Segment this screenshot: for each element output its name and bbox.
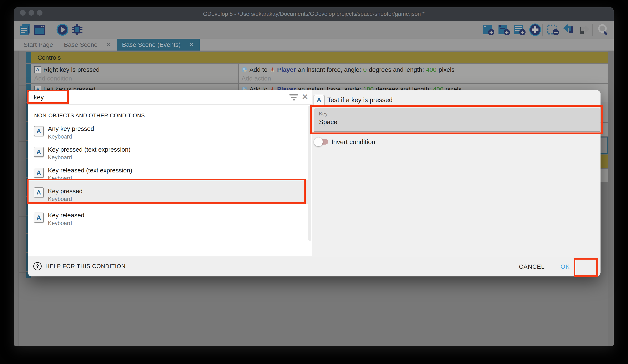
list-item-key-pressed-text-expression[interactable]: A Key pressed (text expression) Keyboard: [28, 141, 308, 162]
add-condition-link[interactable]: Add condition: [34, 75, 72, 82]
event-action-cell[interactable]: Add to Player an instant force, angle: 0…: [239, 64, 608, 83]
close-tab-icon[interactable]: ✕: [189, 41, 194, 48]
condition-text: Right key is pressed: [43, 66, 99, 73]
play-icon[interactable]: [56, 23, 69, 36]
annotation-key-pressed-item: [27, 179, 306, 204]
toolbar-separator: [543, 24, 543, 36]
toggle-thumb: [314, 137, 323, 146]
section-header: NON-OBJECTS AND OTHER CONDITIONS: [34, 112, 145, 119]
ok-button[interactable]: OK: [560, 263, 570, 270]
event-bar: [26, 52, 31, 63]
keyboard-a-icon: A: [314, 95, 324, 106]
dialog-footer: ? HELP FOR THIS CONDITION CANCEL OK: [28, 256, 601, 276]
keyboard-a-icon: A: [34, 147, 44, 157]
toolbar-separator: [592, 24, 593, 36]
filter-icon[interactable]: [289, 94, 298, 101]
close-icon[interactable]: ✕: [302, 92, 309, 101]
cancel-button[interactable]: CANCEL: [519, 263, 545, 270]
event-condition-cell[interactable]: A Right key is pressed Add condition: [31, 64, 238, 83]
annotation-key-field: [310, 105, 603, 134]
add-action-link[interactable]: Add action: [241, 75, 271, 82]
keyboard-a-icon: A: [34, 168, 44, 178]
events-left-gutter: [14, 51, 19, 346]
add-subevent-icon[interactable]: [498, 23, 510, 36]
toolbar: [14, 21, 614, 39]
event-group-header[interactable]: Controls: [31, 52, 608, 63]
delete-selection-icon[interactable]: [547, 23, 559, 36]
scene-editor-icon[interactable]: [33, 23, 46, 36]
help-link[interactable]: ? HELP FOR THIS CONDITION: [33, 262, 126, 270]
keyboard-a-icon: A: [34, 66, 41, 73]
invert-condition-toggle[interactable]: [314, 137, 329, 146]
annotation-ok-button: [574, 258, 598, 277]
condition-title: Test if a key is pressed: [327, 96, 393, 104]
keyboard-a-icon: A: [34, 126, 44, 136]
add-comment-icon[interactable]: [513, 23, 526, 36]
close-tab-icon[interactable]: ✕: [106, 41, 111, 48]
project-manager-icon[interactable]: [19, 23, 31, 36]
tab-base-scene[interactable]: Base Scene✕: [59, 39, 117, 51]
redo-icon[interactable]: [578, 23, 590, 36]
add-event-icon[interactable]: [482, 23, 494, 36]
event-bar: [26, 64, 31, 83]
player-ship-icon: [270, 67, 275, 72]
titlebar: GDevelop 5 - /Users/dkarakay/Documents/G…: [14, 7, 614, 21]
invert-condition-label: Invert condition: [331, 138, 375, 146]
add-circle-icon[interactable]: [529, 23, 541, 36]
debug-icon[interactable]: [71, 23, 83, 36]
keyboard-a-icon: A: [34, 213, 44, 223]
help-icon: ?: [33, 262, 42, 270]
tab-base-scene-events[interactable]: Base Scene (Events)✕: [117, 39, 200, 51]
events-right-gutter: [608, 51, 614, 346]
undo-icon[interactable]: [562, 23, 575, 36]
screenshot-root: GDevelop 5 - /Users/dkarakay/Documents/G…: [0, 0, 628, 364]
window-title: GDevelop 5 - /Users/dkarakay/Documents/G…: [14, 7, 614, 21]
list-item-key-released[interactable]: A Key released Keyboard: [28, 207, 308, 228]
search-icon[interactable]: [597, 23, 610, 36]
toolbar-separator: [51, 24, 51, 36]
add-force-icon: [241, 67, 247, 73]
tab-start-page[interactable]: Start Page: [18, 39, 59, 51]
object-name: Player: [277, 66, 296, 73]
annotation-search-box: [27, 90, 69, 104]
list-item-any-key-pressed[interactable]: A Any key pressed Keyboard: [28, 120, 308, 141]
tabbar: Start Page Base Scene✕ Base Scene (Event…: [14, 39, 614, 51]
